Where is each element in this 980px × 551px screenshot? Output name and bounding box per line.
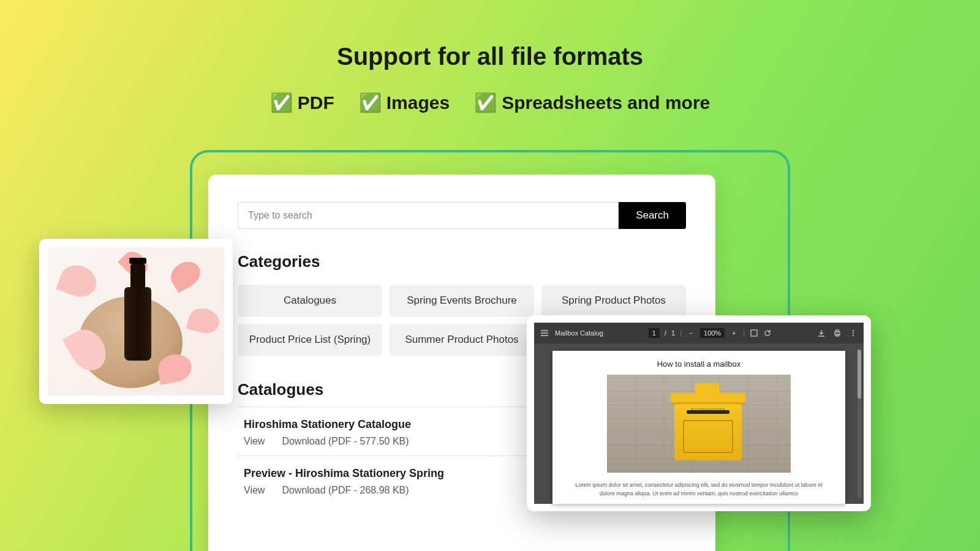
pdf-document-name: Mailbox Catalog: [555, 329, 603, 337]
feature-row: ✅ PDF ✅ Images ✅ Spreadsheets and more: [0, 92, 980, 113]
feature-label: Images: [386, 92, 450, 113]
toolbar-separator: |: [680, 329, 682, 337]
pdf-body-text: Lorem ipsum dolor sit amet, consectetur …: [567, 481, 831, 498]
pdf-viewer: Mailbox Catalog 1 / 1 | − 100% + |: [534, 323, 864, 504]
svg-point-5: [853, 332, 854, 334]
toolbar-separator: |: [743, 329, 745, 337]
image-preview-card: [39, 239, 233, 404]
categories-heading: Categories: [238, 252, 686, 271]
page-separator: /: [665, 329, 666, 337]
category-catalogues[interactable]: Catalogues: [238, 285, 382, 317]
feature-spreadsheets: ✅ Spreadsheets and more: [474, 92, 710, 113]
category-spring-product-photos[interactable]: Spring Product Photos: [541, 285, 686, 317]
search-input[interactable]: [238, 202, 619, 229]
feature-pdf: ✅ PDF: [270, 92, 334, 113]
search-row: Search: [238, 202, 686, 229]
category-product-price-list-spring[interactable]: Product Price List (Spring): [238, 324, 382, 356]
file-view-link[interactable]: View: [244, 485, 265, 496]
file-download-link[interactable]: Download (PDF - 577.50 KB): [282, 436, 409, 447]
rotate-icon[interactable]: [763, 329, 772, 337]
pdf-page-title: How to install a mailbox: [657, 359, 741, 369]
zoom-out-button[interactable]: −: [687, 329, 695, 337]
page-headline: Support for all file formats: [0, 0, 980, 70]
more-icon[interactable]: [849, 329, 858, 337]
feature-label: Spreadsheets and more: [502, 92, 710, 113]
feature-label: PDF: [298, 92, 334, 113]
print-icon[interactable]: [833, 329, 842, 337]
check-icon: ✅: [270, 92, 293, 113]
svg-point-6: [853, 335, 854, 336]
svg-rect-0: [751, 330, 757, 336]
feature-images: ✅ Images: [359, 92, 450, 113]
svg-rect-2: [836, 330, 839, 332]
pdf-page: How to install a mailbox POSTBRIEFKASTEN…: [552, 351, 845, 504]
product-photo: [48, 247, 224, 395]
download-icon[interactable]: [817, 329, 826, 337]
svg-point-4: [853, 330, 854, 331]
pdf-page-image: POSTBRIEFKASTEN: [607, 375, 791, 473]
zoom-in-button[interactable]: +: [729, 329, 738, 337]
menu-icon[interactable]: [540, 329, 549, 337]
zoom-level[interactable]: 100%: [700, 328, 725, 338]
file-download-link[interactable]: Download (PDF - 268.98 KB): [282, 485, 409, 496]
check-icon: ✅: [474, 92, 497, 113]
category-spring-events-brochure[interactable]: Spring Events Brochure: [390, 285, 534, 317]
page-total: 1: [671, 329, 675, 337]
scrollbar[interactable]: [858, 350, 861, 498]
page-current[interactable]: 1: [649, 328, 660, 338]
category-summer-product-photos[interactable]: Summer Product Photos: [390, 324, 534, 356]
fit-page-icon[interactable]: [750, 329, 758, 337]
search-button[interactable]: Search: [619, 202, 686, 229]
pdf-toolbar: Mailbox Catalog 1 / 1 | − 100% + |: [534, 323, 864, 343]
pdf-preview-card: Mailbox Catalog 1 / 1 | − 100% + |: [527, 315, 871, 511]
pdf-viewport[interactable]: How to install a mailbox POSTBRIEFKASTEN…: [534, 343, 864, 504]
file-view-link[interactable]: View: [244, 436, 265, 447]
check-icon: ✅: [359, 92, 382, 113]
